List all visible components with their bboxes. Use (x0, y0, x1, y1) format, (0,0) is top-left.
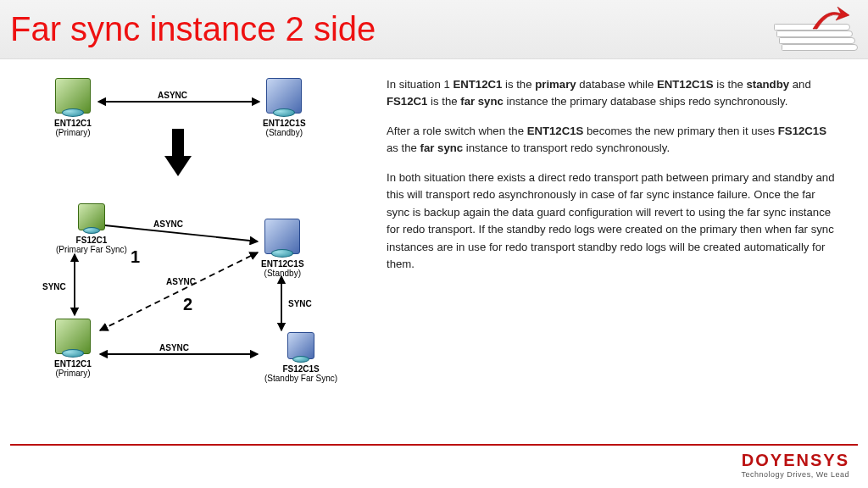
brand-tagline: Technology Drives, We Lead (742, 470, 849, 479)
node-role: (Primary) (54, 369, 92, 378)
svg-rect-1 (172, 129, 184, 158)
paragraph-1: In situation 1 ENT12C1 is the primary da… (387, 76, 839, 111)
brand-name: DOYENSYS (742, 451, 849, 470)
content-area: ASYNC ASYNC SYNC ASYNC ASYNC SYNC (0, 59, 868, 398)
node-label: FS12C1S (264, 364, 337, 374)
situation-1-label: 1 (131, 247, 140, 267)
node-role: (Primary Far Sync) (56, 245, 127, 254)
svg-text:ASYNC: ASYNC (159, 343, 189, 352)
svg-line-6 (100, 252, 258, 330)
node-role: (Primary) (54, 128, 92, 137)
header-logo (756, 8, 858, 51)
footer: DOYENSYS Technology Drives, We Lead (0, 444, 868, 485)
node-ent12c1s-standby: ENT12C1S (Standby) (261, 219, 304, 278)
paragraph-3: In both situation there exists a direct … (387, 169, 839, 274)
node-label: ENT12C1S (263, 119, 306, 128)
page-title: Far sync instance 2 side (10, 10, 376, 48)
node-role: (Standby Far Sync) (264, 374, 337, 383)
svg-text:SYNC: SYNC (42, 282, 66, 291)
node-fs12c1: FS12C1 (Primary Far Sync) (56, 203, 127, 254)
node-role: (Standby) (261, 269, 304, 278)
node-ent12c1-primary: ENT12C1 (Primary) (54, 319, 92, 378)
node-ent12c1-primary-top: ENT12C1 (Primary) (54, 78, 92, 137)
description-text: In situation 1 ENT12C1 is the primary da… (387, 76, 854, 398)
node-ent12c1s-standby-top: ENT12C1S (Standby) (263, 78, 306, 137)
node-label: ENT12C1S (261, 259, 304, 269)
footer-divider (10, 444, 858, 446)
transition-arrow-icon (164, 129, 192, 176)
paragraph-2: After a role switch when the ENT12C1S be… (387, 123, 839, 158)
red-arrow-icon (809, 3, 851, 34)
svg-text:ASYNC: ASYNC (166, 277, 196, 286)
svg-text:SYNC: SYNC (288, 299, 312, 308)
situation-2-label: 2 (183, 295, 192, 314)
node-label: ENT12C1 (54, 119, 92, 128)
edge-label: ASYNC (158, 91, 187, 100)
node-label: FS12C1 (56, 236, 127, 245)
header-bar: Far sync instance 2 side (0, 0, 868, 59)
node-role: (Standby) (263, 128, 306, 137)
architecture-diagram: ASYNC ASYNC SYNC ASYNC ASYNC SYNC (14, 76, 370, 398)
footer-logo: DOYENSYS Technology Drives, We Lead (742, 451, 849, 479)
node-label: ENT12C1 (54, 359, 92, 369)
node-fs12c1s: FS12C1S (Standby Far Sync) (264, 332, 337, 383)
svg-text:ASYNC: ASYNC (153, 219, 183, 229)
